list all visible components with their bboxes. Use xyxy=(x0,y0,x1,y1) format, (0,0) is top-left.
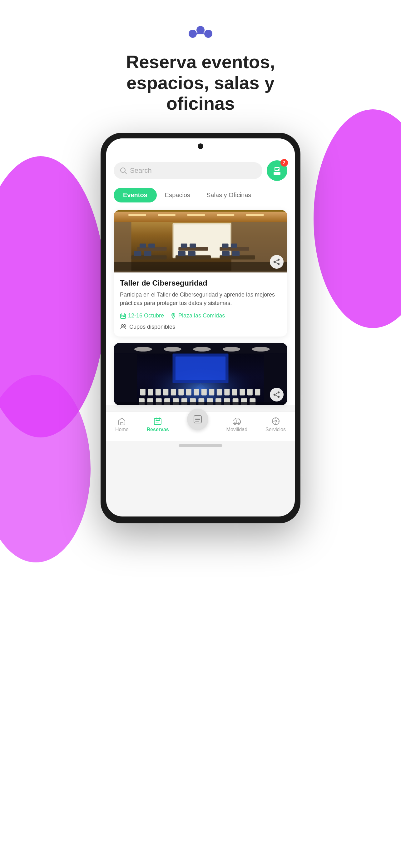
tab-espacios[interactable]: Espacios xyxy=(157,188,198,203)
search-icon xyxy=(120,167,127,174)
svg-line-6 xyxy=(125,172,127,174)
svg-point-62 xyxy=(223,347,240,351)
nav-item-servicios[interactable]: Servicios xyxy=(265,417,286,432)
svg-rect-52 xyxy=(124,316,125,317)
avatar-button[interactable]: 2 xyxy=(267,160,287,181)
svg-rect-80 xyxy=(224,389,230,396)
search-bar: Search 2 xyxy=(114,160,287,181)
svg-point-2 xyxy=(204,30,212,38)
svg-line-44 xyxy=(275,260,278,261)
event-image-1 xyxy=(114,210,287,273)
nav-center-button[interactable] xyxy=(187,409,208,430)
nav-item-home[interactable]: Home xyxy=(115,417,129,432)
svg-rect-78 xyxy=(209,389,214,396)
search-input-container[interactable]: Search xyxy=(114,162,262,179)
share-button-2[interactable] xyxy=(270,388,283,402)
svg-rect-29 xyxy=(148,244,155,248)
svg-rect-75 xyxy=(186,389,192,396)
nav-label-home: Home xyxy=(115,427,129,432)
svg-rect-33 xyxy=(231,244,237,248)
nav-item-reservas[interactable]: Reservas xyxy=(147,417,169,432)
search-placeholder-text: Search xyxy=(130,166,152,175)
svg-rect-70 xyxy=(148,389,153,396)
svg-rect-28 xyxy=(140,244,146,248)
svg-rect-82 xyxy=(239,389,245,396)
svg-rect-34 xyxy=(134,251,141,256)
svg-point-0 xyxy=(189,30,197,38)
svg-rect-83 xyxy=(247,389,253,396)
event-title-1: Taller de Ciberseguridad xyxy=(120,279,281,287)
svg-rect-67 xyxy=(114,354,137,405)
bottom-navigation: Home Reservas xyxy=(106,411,295,441)
people-icon-1 xyxy=(120,323,127,330)
svg-rect-84 xyxy=(255,389,260,396)
svg-rect-99 xyxy=(114,402,287,405)
svg-rect-17 xyxy=(246,214,264,216)
event-card-2[interactable] xyxy=(114,343,287,405)
svg-rect-8 xyxy=(274,172,280,175)
svg-rect-25 xyxy=(132,255,167,259)
svg-point-119 xyxy=(275,420,277,422)
svg-rect-76 xyxy=(194,389,199,396)
center-nav-icon xyxy=(192,414,203,425)
event-card-1[interactable]: Taller de Ciberseguridad Participa en el… xyxy=(114,210,287,337)
home-indicator xyxy=(179,444,222,447)
svg-line-103 xyxy=(275,393,278,394)
notification-badge: 2 xyxy=(280,159,288,166)
nav-label-movilidad: Movilidad xyxy=(226,427,248,432)
svg-rect-72 xyxy=(163,389,168,396)
svg-rect-81 xyxy=(232,389,237,396)
screen-content: Search 2 Eventos Espa xyxy=(106,154,295,405)
svg-rect-65 xyxy=(175,356,226,380)
svg-point-61 xyxy=(193,347,211,351)
servicios-icon xyxy=(271,417,280,426)
svg-point-53 xyxy=(173,314,174,316)
svg-rect-35 xyxy=(144,251,152,256)
svg-rect-50 xyxy=(122,316,123,317)
svg-rect-106 xyxy=(154,418,161,425)
svg-rect-31 xyxy=(190,244,196,248)
card-body-1: Taller de Ciberseguridad Participa en el… xyxy=(114,273,287,337)
svg-point-59 xyxy=(134,347,152,351)
filter-tabs: Eventos Espacios Salas y Oficinas xyxy=(114,188,287,203)
svg-rect-30 xyxy=(181,244,188,248)
header-area: Reserva eventos, espacios, salas y ofici… xyxy=(91,0,310,127)
share-button-1[interactable] xyxy=(270,255,283,269)
nav-label-reservas: Reservas xyxy=(147,427,169,432)
svg-point-54 xyxy=(122,324,124,327)
svg-rect-38 xyxy=(222,251,230,256)
svg-line-104 xyxy=(275,395,278,397)
page-headline: Reserva eventos, espacios, salas y ofici… xyxy=(91,52,310,114)
svg-point-55 xyxy=(124,324,126,327)
phone-screen: Search 2 Eventos Espa xyxy=(106,138,295,517)
event-meta-1: 12-16 Octubre Plaza las Comidas xyxy=(120,312,281,319)
home-icon xyxy=(118,417,126,426)
svg-rect-51 xyxy=(123,316,124,317)
event-desc-1: Participa en el Taller de Ciberseguridad… xyxy=(120,290,281,307)
svg-rect-73 xyxy=(171,389,176,396)
svg-rect-37 xyxy=(188,251,196,256)
svg-point-100 xyxy=(278,392,279,393)
svg-rect-40 xyxy=(114,262,287,271)
share-icon-2 xyxy=(273,391,280,398)
svg-rect-79 xyxy=(217,389,222,396)
tab-salas-oficinas[interactable]: Salas y Oficinas xyxy=(198,188,259,203)
phone-frame: Search 2 Eventos Espa xyxy=(101,133,300,523)
calendar-icon-1 xyxy=(120,313,126,319)
location-icon-1 xyxy=(170,313,176,319)
svg-point-63 xyxy=(252,347,270,351)
svg-rect-16 xyxy=(217,214,235,216)
svg-point-42 xyxy=(278,263,279,265)
reservas-icon xyxy=(153,417,162,426)
svg-point-43 xyxy=(274,261,275,263)
svg-rect-77 xyxy=(201,389,207,396)
avatar-icon xyxy=(272,165,282,176)
svg-point-60 xyxy=(164,347,181,351)
share-icon-1 xyxy=(273,258,280,265)
svg-rect-15 xyxy=(188,214,205,216)
nav-item-movilidad[interactable]: Movilidad xyxy=(226,417,248,432)
phone-mockup: Search 2 Eventos Espa xyxy=(101,133,300,523)
tab-eventos[interactable]: Eventos xyxy=(114,188,157,203)
app-logo xyxy=(187,25,214,42)
phone-notch xyxy=(106,138,295,154)
